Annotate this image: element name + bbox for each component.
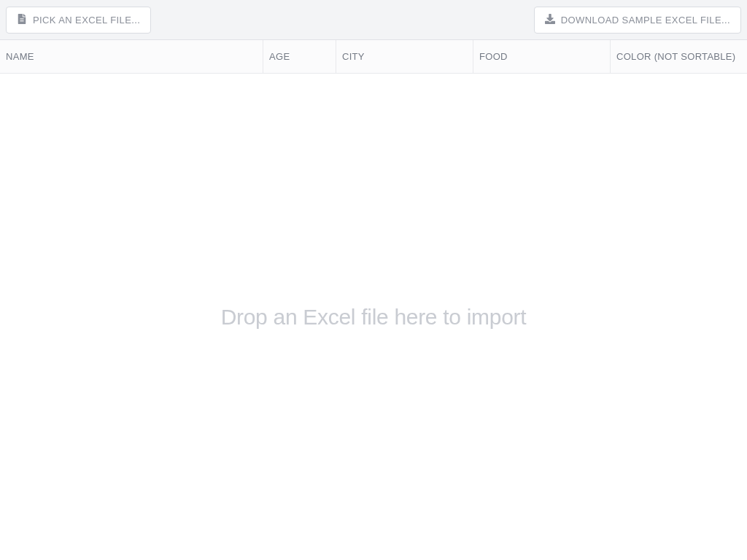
column-header-name[interactable]: NAME xyxy=(0,40,263,73)
column-label: FOOD xyxy=(479,51,508,62)
column-header-food[interactable]: FOOD xyxy=(473,40,610,73)
drop-zone-message: Drop an Excel file here to import xyxy=(221,305,527,330)
pick-file-button[interactable]: PICK AN EXCEL FILE... xyxy=(6,7,151,34)
column-label: CITY xyxy=(342,51,365,62)
pick-file-label: PICK AN EXCEL FILE... xyxy=(33,15,140,26)
column-header-city[interactable]: CITY xyxy=(336,40,473,73)
table-header-row: NAME AGE CITY FOOD COLOR (NOT SORTABLE) xyxy=(0,40,747,74)
toolbar: PICK AN EXCEL FILE... DOWNLOAD SAMPLE EX… xyxy=(0,0,747,40)
file-icon xyxy=(17,14,27,26)
download-sample-label: DOWNLOAD SAMPLE EXCEL FILE... xyxy=(561,15,730,26)
download-icon xyxy=(545,14,555,26)
column-label: COLOR (NOT SORTABLE) xyxy=(616,51,735,62)
download-sample-button[interactable]: DOWNLOAD SAMPLE EXCEL FILE... xyxy=(534,7,741,34)
column-label: AGE xyxy=(269,51,290,62)
column-label: NAME xyxy=(6,51,34,62)
column-header-age[interactable]: AGE xyxy=(263,40,336,73)
drop-zone[interactable]: Drop an Excel file here to import xyxy=(0,74,747,560)
column-header-color: COLOR (NOT SORTABLE) xyxy=(610,40,747,73)
